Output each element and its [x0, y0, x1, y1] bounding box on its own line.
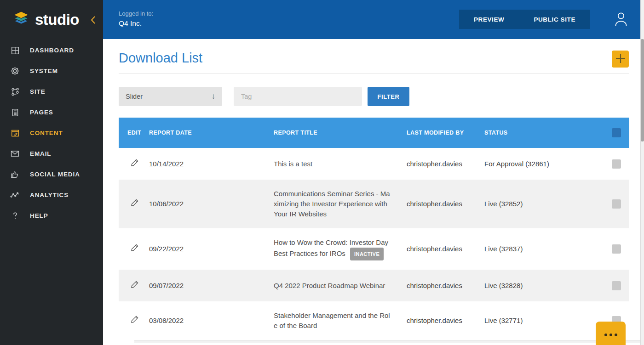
row-checkbox[interactable] [612, 199, 621, 209]
topbar-buttons: PREVIEW PUBLIC SITE [459, 10, 590, 29]
last-modified-by: christopher.davies [407, 244, 484, 254]
sidebar-item-content[interactable]: CONTENT [0, 123, 103, 143]
sidebar-item-label: CONTENT [30, 130, 63, 136]
column-header-report-title: REPORT TITLE [274, 130, 407, 136]
chevron-left-icon[interactable] [91, 16, 96, 26]
status-text: Live (32852) [484, 199, 586, 209]
report-title-text: Stakeholder Management and the Role of t… [274, 311, 390, 329]
last-modified-by: christopher.davies [407, 159, 484, 169]
column-header-status: STATUS [484, 130, 586, 136]
table-body: 10/14/2022 This is a test christopher.da… [119, 148, 629, 340]
select-all-checkbox[interactable] [612, 128, 621, 137]
report-date: 10/06/2022 [149, 199, 274, 209]
row-checkbox[interactable] [612, 244, 621, 254]
envelope-icon [10, 149, 20, 158]
status-text: For Approval (32861) [484, 159, 586, 169]
tag-input[interactable] [234, 87, 362, 106]
page-title: Download List [119, 51, 629, 66]
vertical-scrollbar[interactable] [640, 0, 644, 345]
status-text: Live (32828) [484, 281, 586, 291]
table-row: 03/08/2022 Stakeholder Management and th… [119, 301, 629, 340]
sidebar-item-pages[interactable]: PAGES [0, 102, 103, 123]
sidebar-item-email[interactable]: EMAIL [0, 143, 103, 164]
sidebar-item-analytics[interactable]: ANALYTICS [0, 185, 103, 205]
more-options-button[interactable] [596, 322, 626, 345]
grid-icon [10, 45, 20, 55]
edit-pencil-icon[interactable] [130, 158, 140, 168]
table-row: 10/14/2022 This is a test christopher.da… [119, 148, 629, 180]
sitemap-icon [10, 87, 20, 96]
sidebar-item-label: ANALYTICS [30, 192, 69, 198]
sidebar-item-label: HELP [30, 212, 48, 219]
table-row-partial [134, 340, 644, 343]
sidebar-item-label: DASHBOARD [30, 47, 74, 54]
user-icon[interactable] [614, 11, 628, 29]
table-header: EDIT REPORT DATE REPORT TITLE LAST MODIF… [119, 118, 629, 148]
column-header-report-date: REPORT DATE [149, 130, 274, 136]
sidebar-item-social-media[interactable]: SOCIAL MEDIA [0, 164, 103, 185]
scrollbar-thumb[interactable] [641, 39, 644, 141]
sidebar: studio DASHBOARD SYSTEM [0, 0, 103, 345]
logged-in-account: Q4 Inc. [119, 19, 153, 28]
title-divider [119, 74, 629, 74]
edit-window-icon [10, 128, 20, 138]
edit-pencil-icon[interactable] [130, 314, 140, 324]
brand-name: studio [35, 11, 79, 28]
status-text: Live (32771) [484, 316, 586, 326]
last-modified-by: christopher.davies [407, 281, 484, 291]
sidebar-item-system[interactable]: SYSTEM [0, 61, 103, 81]
down-arrow-icon: ↓ [212, 92, 216, 101]
edit-pencil-icon[interactable] [130, 198, 140, 208]
sidebar-item-label: PAGES [30, 109, 53, 116]
slider-select-value: Slider [126, 93, 143, 100]
layers-stack-icon [11, 8, 31, 31]
sidebar-item-site[interactable]: SITE [0, 81, 103, 102]
report-title-text: Communications Seminar Series - Maximizi… [274, 190, 390, 218]
filter-bar: Slider ↓ FILTER [119, 87, 629, 106]
sidebar-item-dashboard[interactable]: DASHBOARD [0, 40, 103, 61]
inactive-badge: INACTIVE [350, 248, 384, 260]
report-date: 10/14/2022 [149, 159, 274, 169]
edit-pencil-icon[interactable] [130, 243, 140, 253]
table-row: 10/06/2022 Communications Seminar Series… [119, 180, 629, 228]
line-chart-icon [10, 190, 20, 200]
ellipsis-icon [603, 334, 618, 336]
add-button[interactable] [612, 51, 629, 68]
edit-pencil-icon[interactable] [130, 279, 140, 289]
download-list-table: EDIT REPORT DATE REPORT TITLE LAST MODIF… [119, 118, 629, 343]
gear-icon [10, 66, 20, 76]
question-icon [10, 211, 20, 221]
topbar: Logged in to: Q4 Inc. PREVIEW PUBLIC SIT… [103, 0, 640, 39]
preview-button[interactable]: PREVIEW [459, 10, 519, 29]
thumbs-up-icon [10, 170, 20, 179]
document-icon [10, 107, 20, 117]
logged-in-block: Logged in to: Q4 Inc. [119, 10, 153, 28]
report-date: 09/22/2022 [149, 244, 274, 254]
sidebar-item-label: SITE [30, 88, 46, 95]
last-modified-by: christopher.davies [407, 316, 484, 326]
plus-icon [615, 53, 626, 65]
row-checkbox[interactable] [612, 281, 621, 290]
row-checkbox[interactable] [612, 159, 621, 169]
slider-select[interactable]: Slider ↓ [119, 87, 222, 106]
sidebar-item-label: EMAIL [30, 150, 52, 157]
report-title-text: This is a test [274, 160, 312, 168]
logged-in-label: Logged in to: [119, 10, 153, 17]
brand: studio [0, 0, 103, 39]
report-title-text: Q4 2022 Product Roadmap Webinar [274, 282, 385, 289]
sidebar-nav: DASHBOARD SYSTEM SITE [0, 40, 103, 226]
table-row: 09/07/2022 Q4 2022 Product Roadmap Webin… [119, 270, 629, 301]
filter-button[interactable]: FILTER [368, 87, 409, 106]
column-header-edit: EDIT [119, 130, 149, 136]
table-row: 09/22/2022 How to Wow the Crowd: Investo… [119, 228, 629, 270]
status-text: Live (32837) [484, 244, 586, 254]
report-date: 03/08/2022 [149, 316, 274, 326]
column-header-last-modified-by: LAST MODIFIED BY [407, 130, 484, 136]
public-site-button[interactable]: PUBLIC SITE [519, 10, 590, 29]
last-modified-by: christopher.davies [407, 199, 484, 209]
report-date: 09/07/2022 [149, 281, 274, 291]
sidebar-item-label: SOCIAL MEDIA [30, 171, 80, 178]
main-content: Download List Slider ↓ FILTER EDIT REPOR… [103, 39, 640, 345]
sidebar-item-help[interactable]: HELP [0, 205, 103, 226]
sidebar-item-label: SYSTEM [30, 68, 58, 74]
